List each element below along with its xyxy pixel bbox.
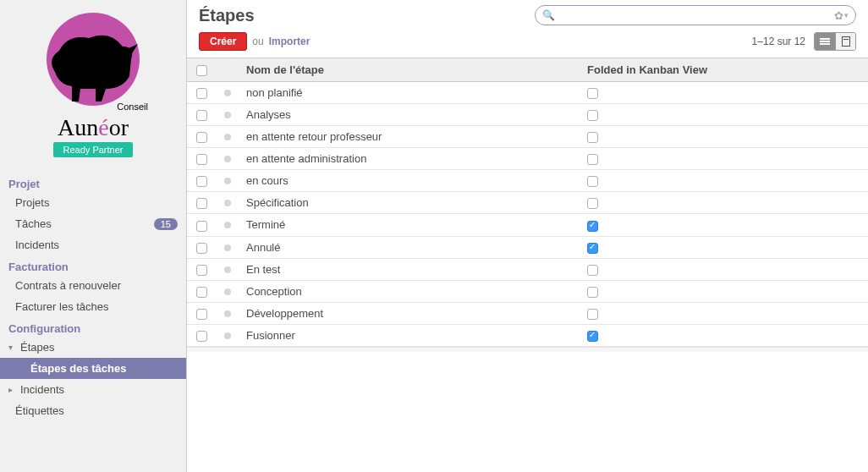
form-icon [842, 36, 850, 47]
row-select-checkbox[interactable] [196, 198, 207, 209]
badge-taches: 15 [154, 218, 178, 230]
stage-name-cell[interactable]: en attente retour professeur [239, 126, 580, 148]
status-dot-icon [224, 90, 231, 96]
page-title: Étapes [199, 6, 255, 25]
chevron-down-icon: ▾ [8, 343, 17, 352]
stage-name-cell[interactable]: Spécification [239, 192, 580, 214]
col-header-select [187, 58, 216, 82]
create-button[interactable]: Créer [199, 32, 247, 51]
sidebar-section-configuration: Configuration [0, 317, 186, 337]
main: Étapes 🔍 ✿ ▾ Créer ou Importer 1–12 sur … [186, 0, 868, 472]
select-all-checkbox[interactable] [196, 65, 207, 76]
sidebar-item-projets[interactable]: Projets [0, 192, 186, 213]
stage-name-cell[interactable]: en attente administration [239, 148, 580, 170]
col-header-status [216, 58, 239, 82]
stage-name-cell[interactable]: en cours [239, 170, 580, 192]
row-select-checkbox[interactable] [196, 88, 207, 99]
stage-name-cell[interactable]: Terminé [239, 214, 580, 236]
folded-checkbox[interactable] [587, 287, 598, 298]
stage-name-cell[interactable]: non planifié [239, 82, 580, 104]
table-row[interactable]: Conception [187, 280, 868, 302]
stages-table: Nom de l'étape Folded in Kanban View non… [187, 58, 868, 347]
search-box[interactable]: 🔍 ✿ ▾ [535, 5, 856, 25]
folded-checkbox[interactable] [587, 154, 598, 165]
logo-badge-text: Ready Partner [63, 145, 124, 155]
row-select-checkbox[interactable] [196, 243, 207, 254]
table-row[interactable]: Spécification [187, 192, 868, 214]
col-header-folded[interactable]: Folded in Kanban View [580, 58, 868, 82]
sidebar-item-config-incidents[interactable]: ▸ Incidents [0, 379, 186, 400]
sidebar-subitem-etapes-taches[interactable]: Étapes des tâches [0, 358, 186, 379]
status-dot-icon [224, 178, 231, 184]
status-dot-icon [224, 266, 231, 273]
status-dot-icon [224, 332, 231, 339]
folded-checkbox[interactable] [587, 88, 598, 99]
sidebar-section-projet: Projet [0, 173, 186, 192]
logo: Conseil Aunéor Ready Partner [0, 0, 186, 173]
view-form-button[interactable] [835, 33, 855, 50]
table-row[interactable]: en cours [187, 170, 868, 192]
sidebar: Conseil Aunéor Ready Partner Projet Proj… [0, 0, 186, 472]
stage-name-cell[interactable]: Annulé [239, 236, 580, 258]
stage-name-cell[interactable]: Analyses [239, 104, 580, 126]
table-footer [187, 347, 868, 352]
import-link[interactable]: Importer [269, 36, 310, 47]
sidebar-item-etiquettes[interactable]: Étiquettes [0, 400, 186, 421]
row-select-checkbox[interactable] [196, 331, 207, 342]
sidebar-item-facturer[interactable]: Facturer les tâches [0, 296, 186, 317]
stage-name-cell[interactable]: Conception [239, 280, 580, 302]
folded-checkbox[interactable] [587, 198, 598, 209]
row-select-checkbox[interactable] [196, 154, 207, 165]
status-dot-icon [224, 288, 231, 295]
col-header-name[interactable]: Nom de l'étape [239, 58, 580, 82]
view-list-button[interactable] [815, 33, 835, 50]
search-icon: 🔍 [542, 9, 555, 21]
svg-text:Aunéor: Aunéor [58, 114, 129, 140]
brand-logo: Conseil Aunéor Ready Partner [30, 8, 157, 161]
status-dot-icon [224, 200, 231, 206]
or-text: ou [252, 36, 263, 47]
gear-caret-icon[interactable]: ▾ [844, 11, 849, 19]
table-row[interactable]: Terminé [187, 214, 868, 236]
sidebar-item-incidents[interactable]: Incidents [0, 234, 186, 255]
row-select-checkbox[interactable] [196, 176, 207, 187]
table-row[interactable]: En test [187, 258, 868, 280]
table-row[interactable]: Développement [187, 302, 868, 324]
folded-checkbox[interactable] [587, 331, 598, 342]
row-select-checkbox[interactable] [196, 110, 207, 121]
status-dot-icon [224, 222, 231, 228]
folded-checkbox[interactable] [587, 176, 598, 187]
row-select-checkbox[interactable] [196, 132, 207, 143]
row-select-checkbox[interactable] [196, 265, 207, 276]
search-input[interactable] [558, 9, 834, 21]
table-row[interactable]: Analyses [187, 104, 868, 126]
status-dot-icon [224, 134, 231, 140]
logo-conseil-text: Conseil [117, 102, 148, 112]
list-icon [820, 37, 830, 46]
sidebar-item-taches[interactable]: Tâches 15 [0, 213, 186, 234]
stage-name-cell[interactable]: Développement [239, 302, 580, 324]
table-row[interactable]: Annulé [187, 236, 868, 258]
row-select-checkbox[interactable] [196, 221, 207, 232]
status-dot-icon [224, 244, 231, 251]
folded-checkbox[interactable] [587, 243, 598, 254]
gear-icon[interactable]: ✿ [834, 9, 843, 22]
table-row[interactable]: non planifié [187, 82, 868, 104]
table-row[interactable]: en attente retour professeur [187, 126, 868, 148]
table-row[interactable]: en attente administration [187, 148, 868, 170]
folded-checkbox[interactable] [587, 265, 598, 276]
sidebar-section-facturation: Facturation [0, 255, 186, 275]
folded-checkbox[interactable] [587, 110, 598, 121]
folded-checkbox[interactable] [587, 132, 598, 143]
stage-name-cell[interactable]: Fusionner [239, 324, 580, 346]
sidebar-item-etapes[interactable]: ▾ Étapes [0, 337, 186, 358]
row-select-checkbox[interactable] [196, 287, 207, 298]
stage-name-cell[interactable]: En test [239, 258, 580, 280]
table-row[interactable]: Fusionner [187, 324, 868, 346]
sidebar-item-contrats[interactable]: Contrats à renouveler [0, 275, 186, 296]
view-switcher [814, 32, 856, 51]
folded-checkbox[interactable] [587, 221, 598, 232]
chevron-right-icon: ▸ [8, 385, 17, 394]
folded-checkbox[interactable] [587, 309, 598, 320]
row-select-checkbox[interactable] [196, 309, 207, 320]
